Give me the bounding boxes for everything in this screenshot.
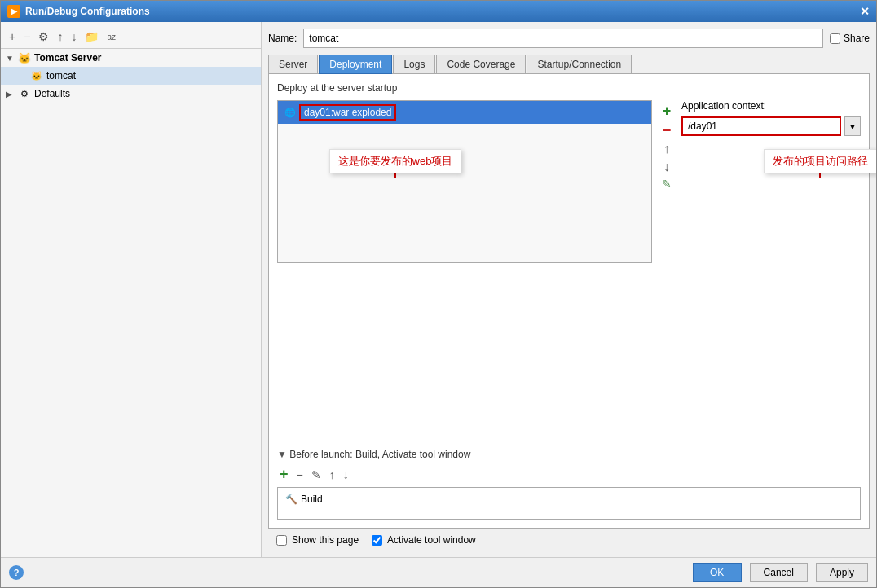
bottom-checkboxes: Show this page Activate tool window [268,529,870,551]
name-row: Name: Share [268,29,870,48]
run-debug-configurations-window: ▶ Run/Debug Configurations ✕ + − ⚙ ↑ ↓ 📁… [0,0,877,588]
deploy-edit-button[interactable]: ✎ [660,177,673,191]
right-annotation-container: 发布的项目访问路径 [816,149,824,178]
show-page-checkbox[interactable] [276,535,287,546]
expand-arrow[interactable]: ▼ [6,54,15,63]
bl-add-button[interactable]: + [277,465,291,484]
defaults-icon: ⚙ [18,87,31,100]
tab-logs[interactable]: Logs [393,55,435,73]
bl-build-icon: 🔨 [284,493,297,506]
close-button[interactable]: ✕ [860,5,870,18]
bl-down-button[interactable]: ↓ [341,467,351,482]
folder-button[interactable]: 📁 [82,29,102,45]
deploy-area-wrapper: 🌐 day01:war exploded + − ↑ ↓ ✎ [277,100,861,441]
remove-config-button[interactable]: − [20,29,33,45]
app-context-dropdown[interactable]: ▼ [844,116,861,136]
deploy-list-container: 🌐 day01:war exploded [277,100,652,263]
sidebar: + − ⚙ ↑ ↓ 📁 az ▼ 🐱 Tomcat Server 🐱 tomca… [1,22,262,557]
main-content: + − ⚙ ↑ ↓ 📁 az ▼ 🐱 Tomcat Server 🐱 tomca… [1,22,876,557]
bottom-bar: ? OK Cancel Apply [1,557,876,587]
defaults-label: Defaults [34,88,70,99]
bl-list-item[interactable]: 🔨 Build [281,491,857,507]
bl-build-label: Build [301,494,323,505]
before-launch-list: 🔨 Build [277,487,861,520]
apply-button[interactable]: Apply [816,563,868,582]
deploy-list-item[interactable]: 🌐 day01:war exploded [278,101,651,124]
server-icon: 🐱 [18,51,31,64]
tab-bar: Server Deployment Logs Code Coverage Sta… [268,55,870,74]
tab-deployment[interactable]: Deployment [319,55,392,74]
app-context-input[interactable] [681,116,841,136]
sidebar-item-tomcat-server[interactable]: ▼ 🐱 Tomcat Server [1,49,261,67]
add-config-button[interactable]: + [6,29,19,45]
window-title: Run/Debug Configurations [25,6,150,17]
app-context-label-row: Application context: [681,100,861,112]
tomcat-icon: 🐱 [30,69,43,82]
activate-tool-window-row: Activate tool window [372,534,476,546]
before-launch-label: Before launch: Build, Activate tool wind… [289,449,470,460]
name-label: Name: [268,33,297,44]
help-button[interactable]: ? [9,565,24,580]
tomcat-server-label: Tomcat Server [34,52,101,64]
before-launch-header: ▼ Before launch: Build, Activate tool wi… [277,449,861,460]
share-checkbox[interactable] [830,33,840,44]
deploy-side-buttons: + − ↑ ↓ ✎ [659,100,675,263]
move-down-button[interactable]: ↓ [68,29,80,45]
copy-config-button[interactable]: ⚙ [35,29,52,45]
title-bar-left: ▶ Run/Debug Configurations [7,5,150,18]
left-annotation-popup: 这是你要发布的web项目 [329,149,462,173]
deploy-item-label: day01:war exploded [299,104,396,121]
activate-tool-window-checkbox[interactable] [372,535,382,546]
left-annotation-container: 这是你要发布的web项目 [391,149,399,178]
show-page-label: Show this page [292,534,359,546]
bl-up-button[interactable]: ↑ [327,467,337,482]
sort-button[interactable]: az [104,31,119,43]
move-up-button[interactable]: ↑ [54,29,66,45]
cancel-button[interactable]: Cancel [750,563,808,582]
tab-startup-connection[interactable]: Startup/Connection [527,55,632,73]
deploy-header: Deploy at the server startup [277,82,861,94]
tomcat-label: tomcat [46,70,76,81]
title-bar: ▶ Run/Debug Configurations ✕ [1,1,876,22]
tab-server[interactable]: Server [268,55,318,73]
tab-content: Deploy at the server startup 🌐 day01:war… [268,74,870,529]
name-input[interactable] [303,29,823,48]
deploy-item-icon: 🌐 [284,108,296,118]
sidebar-item-defaults[interactable]: ▶ ⚙ Defaults [1,85,261,103]
deploy-up-button[interactable]: ↑ [660,141,673,157]
before-launch-toolbar: + − ✎ ↑ ↓ [277,465,861,484]
right-annotation-popup: 发布的项目访问路径 [764,149,877,173]
tab-code-coverage[interactable]: Code Coverage [436,55,526,73]
deploy-add-button[interactable]: + [660,102,673,120]
app-context-input-row: ▼ [681,116,861,136]
defaults-arrow[interactable]: ▶ [6,90,15,99]
share-row: Share [830,33,870,44]
sidebar-toolbar: + − ⚙ ↑ ↓ 📁 az [1,25,261,49]
show-page-row: Show this page [276,534,359,546]
app-context-area: Application context: ▼ [681,100,861,263]
share-label: Share [844,33,870,44]
activate-tool-window-label: Activate tool window [387,534,476,546]
window-icon: ▶ [7,5,20,18]
sidebar-item-tomcat[interactable]: 🐱 tomcat [1,67,261,85]
right-panel: Name: Share Server Deployment Logs Code … [262,22,876,557]
ok-button[interactable]: OK [693,563,742,582]
deploy-wrapper: 🌐 day01:war exploded + − ↑ ↓ ✎ [277,100,861,263]
bl-edit-button[interactable]: ✎ [309,467,324,482]
bl-remove-button[interactable]: − [294,467,306,482]
before-launch: ▼ Before launch: Build, Activate tool wi… [277,449,861,520]
deploy-remove-button[interactable]: − [660,121,673,139]
deploy-down-button[interactable]: ↓ [660,159,673,175]
app-context-label: Application context: [681,100,766,112]
